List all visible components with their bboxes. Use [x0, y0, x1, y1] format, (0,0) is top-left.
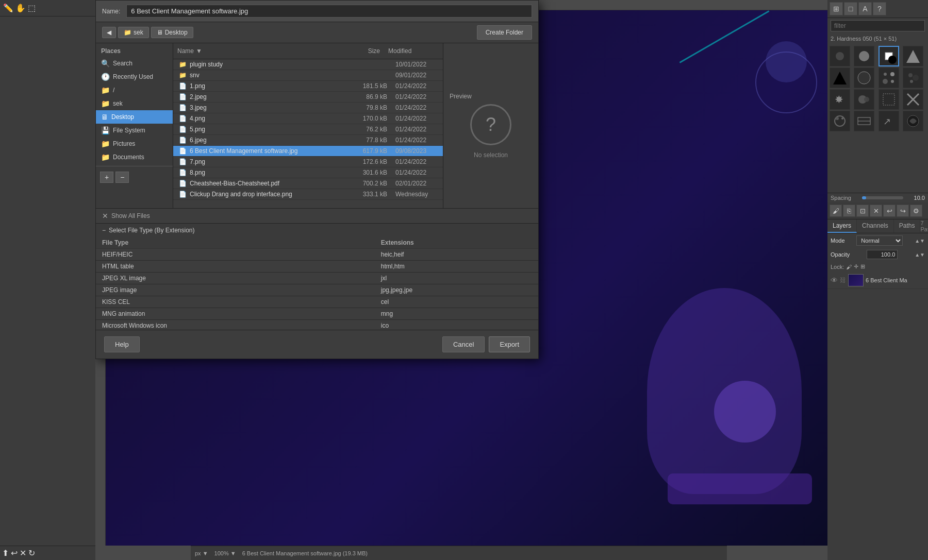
delete-tool-icon[interactable]: ✕ — [870, 205, 882, 217]
brush-item[interactable] — [830, 111, 850, 131]
create-folder-button[interactable]: Create Folder — [477, 25, 532, 40]
places-item-documents[interactable]: 📁Documents — [96, 150, 173, 164]
file-row[interactable]: 📄 Clickup Drang and drop interface.png 3… — [173, 189, 443, 200]
places-label-sek: sek — [113, 100, 123, 107]
places-list: 🔍Search🕐Recently Used📁/📁sek🖥Desktop💾File… — [96, 57, 173, 164]
brush-item[interactable]: ✸ — [830, 89, 850, 110]
file-row[interactable]: 📄 Cheatsheet-Bias-Cheatsheet.pdf 700.2 k… — [173, 178, 443, 189]
file-row[interactable]: 📄 3.jpeg 79.8 kB 01/24/2022 — [173, 103, 443, 113]
brush-item[interactable] — [879, 89, 899, 110]
places-item-recently-used[interactable]: 🕐Recently Used — [96, 70, 173, 83]
cancel-button[interactable]: Cancel — [442, 336, 485, 352]
places-item-pictures[interactable]: 📁Pictures — [96, 137, 173, 150]
preview-panel: Preview ? No selection — [443, 43, 538, 208]
file-type-name: KISS CEL — [96, 296, 375, 308]
file-type-row[interactable]: JPEG XL imagejxl — [96, 273, 538, 284]
brush-item[interactable] — [903, 89, 923, 110]
brush-item[interactable] — [903, 111, 923, 131]
brush-item-selected[interactable] — [879, 46, 899, 66]
spacing-slider[interactable] — [862, 196, 903, 199]
file-row[interactable]: 📁 snv 09/01/2022 — [173, 70, 443, 81]
undo-layer-icon[interactable]: ↩ — [883, 205, 896, 217]
layer-item[interactable]: 👁 ⛓ 6 Best Client Ma — [827, 272, 928, 289]
grid-icon[interactable]: ⊞ — [830, 2, 843, 15]
help-button[interactable]: Help — [104, 336, 140, 352]
brush-item[interactable] — [879, 67, 899, 88]
places-label-documents: Documents — [113, 154, 144, 161]
resize-tool-icon[interactable]: ⊡ — [856, 205, 869, 217]
brush-item[interactable] — [854, 67, 874, 88]
column-name[interactable]: Name ▼ — [173, 45, 338, 57]
opacity-input[interactable] — [867, 250, 898, 259]
show-all-files[interactable]: ✕ Show All Files — [96, 208, 538, 223]
file-type-row[interactable]: KISS CELcel — [96, 296, 538, 308]
text-icon[interactable]: A — [858, 2, 872, 15]
file-type-row[interactable]: Microsoft Windows iconico — [96, 320, 538, 330]
alpha-lock-icon[interactable]: ⊞ — [860, 263, 865, 270]
brush-item[interactable] — [903, 46, 923, 66]
column-size[interactable]: Size — [338, 45, 384, 57]
file-row[interactable]: 📄 6 Best Client Management software.jpg … — [173, 146, 443, 157]
column-modified[interactable]: Modified — [384, 45, 436, 57]
folder-icon-desktop: 🖥 — [157, 29, 163, 36]
position-lock-icon[interactable]: ✛ — [854, 263, 858, 270]
tab-layers[interactable]: Layers — [827, 219, 857, 233]
help-icon[interactable]: ? — [873, 2, 886, 15]
filename-input[interactable] — [126, 5, 532, 18]
add-place-button[interactable]: + — [100, 172, 113, 183]
tool-move-icon[interactable]: ✋ — [15, 3, 26, 13]
places-icon-recently-used: 🕐 — [101, 73, 110, 81]
brush-item[interactable] — [854, 46, 874, 66]
file-type-row[interactable]: HEIF/HEICheic,heif — [96, 249, 538, 261]
brush-item[interactable] — [830, 46, 850, 66]
tool-select-icon[interactable]: ⬚ — [28, 3, 36, 13]
tab-paths[interactable]: Paths — [894, 219, 921, 233]
back-button[interactable]: ◀ — [102, 27, 116, 38]
paint-lock-icon[interactable]: 🖌 — [846, 264, 852, 270]
desktop-breadcrumb[interactable]: 🖥 Desktop — [151, 27, 193, 38]
export-button[interactable]: Export — [489, 336, 530, 352]
paint-tool-icon[interactable]: 🖌 — [830, 205, 842, 217]
sek-breadcrumb[interactable]: 📁 sek — [118, 27, 149, 38]
file-row[interactable]: 📄 1.png 181.5 kB 01/24/2022 — [173, 81, 443, 92]
delete-icon[interactable]: ✕ — [20, 548, 26, 558]
file-row[interactable]: 📄 8.png 301.6 kB 01/24/2022 — [173, 167, 443, 178]
export-icon[interactable]: ⬆ — [2, 548, 9, 558]
places-item-desktop[interactable]: 🖥Desktop — [96, 110, 173, 124]
brush-item[interactable] — [830, 67, 850, 88]
places-item-sek[interactable]: 📁sek — [96, 97, 173, 110]
filter-input[interactable] — [831, 20, 925, 31]
places-item-search[interactable]: 🔍Search — [96, 57, 173, 70]
file-type-header[interactable]: − Select File Type (By Extension) — [96, 224, 538, 237]
file-type-row[interactable]: MNG animationmng — [96, 308, 538, 320]
tool-pencil-icon[interactable]: ✏️ — [3, 3, 13, 13]
brush-item[interactable] — [854, 111, 874, 131]
brush-item[interactable]: ↗ — [879, 111, 899, 131]
file-modified: 01/24/2022 — [391, 126, 443, 133]
file-row[interactable]: 📄 2.jpeg 86.9 kB 01/24/2022 — [173, 92, 443, 103]
file-row[interactable]: 📄 5.png 76.2 kB 01/24/2022 — [173, 124, 443, 135]
brush-item[interactable] — [854, 89, 874, 110]
file-row[interactable]: 📄 7.png 172.6 kB 01/24/2022 — [173, 157, 443, 167]
settings-tool-icon[interactable]: ⚙ — [910, 205, 922, 217]
paths-count: 7 Paths — [920, 219, 928, 233]
file-type-row[interactable]: JPEG imagejpg,jpeg,jpe — [96, 284, 538, 296]
remove-place-button[interactable]: − — [115, 172, 129, 183]
stamp-tool-icon[interactable]: ⎘ — [843, 205, 855, 217]
places-item-root[interactable]: 📁/ — [96, 83, 173, 97]
file-type-icon: 📄 — [177, 126, 188, 133]
brush-item[interactable] — [903, 67, 923, 88]
file-row[interactable]: 📄 4.png 170.0 kB 01/24/2022 — [173, 113, 443, 124]
undo-icon[interactable]: ↩ — [11, 548, 18, 558]
file-row[interactable]: 📁 plugin study 10/01/2022 — [173, 59, 443, 70]
restore-icon[interactable]: ↻ — [28, 548, 35, 558]
file-row[interactable]: 📄 6.jpeg 77.8 kB 01/24/2022 — [173, 135, 443, 146]
tab-channels[interactable]: Channels — [857, 219, 894, 233]
layer-visibility-icon[interactable]: 👁 — [831, 276, 838, 284]
file-type-row[interactable]: HTML tablehtml,htm — [96, 261, 538, 273]
svg-point-3 — [888, 56, 897, 64]
places-item-filesystem[interactable]: 💾File System — [96, 124, 173, 137]
square-icon[interactable]: □ — [844, 2, 857, 15]
redo-layer-icon[interactable]: ↪ — [897, 205, 909, 217]
mode-select[interactable]: Normal Multiply Screen — [856, 235, 903, 246]
